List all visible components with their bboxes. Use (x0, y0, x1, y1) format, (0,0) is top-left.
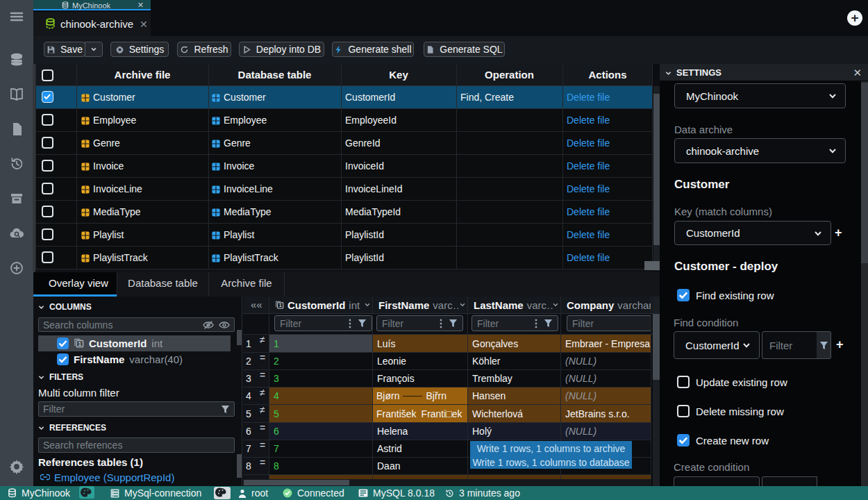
svg-text:1: 1 (279, 302, 282, 308)
svg-text:1: 1 (78, 340, 82, 347)
